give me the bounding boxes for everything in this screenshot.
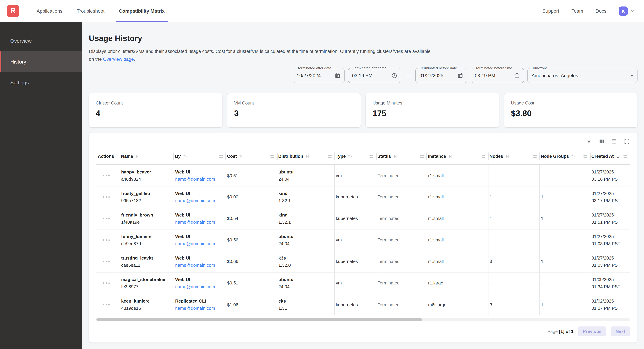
- column-resize-handle[interactable]: [482, 155, 486, 158]
- usage-history-table-card: ActionsNameByCostDistributionTypeStatusI…: [89, 133, 638, 343]
- scrollbar-thumb[interactable]: [96, 319, 422, 322]
- calendar-icon[interactable]: [457, 73, 463, 78]
- nav-link-support[interactable]: Support: [542, 8, 559, 14]
- sort-icon[interactable]: [348, 154, 352, 159]
- filter-icon[interactable]: [586, 138, 592, 145]
- row-by-email-link[interactable]: name@domain.com: [175, 198, 215, 203]
- cell-cost: $0.00: [226, 186, 277, 208]
- tab-troubleshoot[interactable]: Troubleshoot: [74, 0, 108, 22]
- next-page-button[interactable]: Next: [611, 327, 630, 337]
- cell-cost: $0.66: [226, 251, 277, 272]
- column-resize-handle[interactable]: [624, 155, 627, 158]
- row-actions-button[interactable]: [101, 216, 112, 221]
- timezone-select[interactable]: Timezone America/Los_Angeles: [528, 68, 638, 83]
- density-icon[interactable]: [611, 138, 617, 145]
- column-resize-handle[interactable]: [533, 155, 537, 158]
- tab-applications[interactable]: Applications: [34, 0, 66, 22]
- row-by-email-link[interactable]: name@domain.com: [175, 177, 215, 182]
- cell-by: Web UIname@domain.com: [174, 251, 226, 272]
- cell-name-secondary: fe3f8977: [121, 284, 170, 289]
- column-header-by[interactable]: By: [174, 148, 226, 165]
- column-header-instance[interactable]: Instance: [426, 148, 488, 165]
- cell-status: Terminated: [376, 272, 426, 294]
- cell-created-at: 01/27/202501:03 PM PST: [590, 251, 630, 272]
- terminated-after-date-field[interactable]: Terminated after date 10/27/2024: [292, 68, 344, 83]
- nav-link-team[interactable]: Team: [572, 8, 583, 14]
- terminated-before-date-label: Terminated before date: [419, 66, 458, 70]
- user-menu[interactable]: K: [619, 6, 635, 15]
- row-actions-button[interactable]: [101, 302, 112, 308]
- sort-icon[interactable]: [238, 154, 244, 159]
- row-by-email-link[interactable]: name@domain.com: [175, 241, 215, 246]
- column-header-node_groups[interactable]: Node Groups: [540, 148, 590, 165]
- cell-node-groups: -: [540, 165, 590, 186]
- row-actions-button[interactable]: [101, 237, 112, 243]
- sidebar-item-overview[interactable]: Overview: [0, 30, 82, 51]
- sort-icon[interactable]: [505, 154, 510, 159]
- terminated-after-time-field[interactable]: Terminated after time 03:19 PM: [348, 68, 401, 83]
- nav-link-docs[interactable]: Docs: [596, 8, 606, 14]
- sort-icon[interactable]: [135, 154, 140, 159]
- row-actions-button[interactable]: [101, 194, 112, 200]
- sort-icon[interactable]: [392, 154, 398, 159]
- cell-by: Web UIname@domain.com: [174, 208, 226, 229]
- column-header-type[interactable]: Type: [334, 148, 376, 165]
- sidebar-item-history[interactable]: History: [0, 51, 82, 72]
- sort-icon[interactable]: [571, 154, 576, 159]
- row-actions-button[interactable]: [101, 173, 112, 178]
- column-header-created[interactable]: Created At: [590, 148, 630, 165]
- created-time: 01:03 PM PST: [592, 263, 626, 268]
- column-header-name[interactable]: Name: [120, 148, 174, 165]
- cell-instance: r1.large: [426, 272, 488, 294]
- column-resize-handle[interactable]: [219, 155, 223, 158]
- column-resize-handle[interactable]: [584, 155, 587, 158]
- row-actions-button[interactable]: [101, 280, 112, 286]
- clock-icon[interactable]: [514, 73, 520, 78]
- sidebar-item-settings[interactable]: Settings: [0, 72, 82, 93]
- sort-icon[interactable]: [182, 154, 188, 159]
- column-header-distribution[interactable]: Distribution: [277, 148, 334, 165]
- row-by-email-link[interactable]: name@domain.com: [175, 263, 215, 268]
- overview-page-link[interactable]: Overview page: [103, 57, 134, 62]
- terminated-before-date-field[interactable]: Terminated before date 01/27/2025: [415, 68, 467, 83]
- row-by-email-link[interactable]: name@domain.com: [175, 306, 215, 311]
- row-by-email-link[interactable]: name@domain.com: [175, 284, 215, 289]
- cell-distribution-primary: kind: [278, 212, 331, 218]
- calendar-icon[interactable]: [335, 73, 340, 78]
- cell-created-at: 01/27/202501:03 PM PST: [590, 229, 630, 251]
- terminated-after-time-value[interactable]: 03:19 PM: [352, 73, 389, 78]
- fullscreen-icon[interactable]: [624, 138, 630, 145]
- select-caret-icon: [630, 75, 634, 76]
- terminated-before-date-value[interactable]: 01/27/2025: [420, 73, 455, 78]
- terminated-before-time-value[interactable]: 03:19 PM: [475, 73, 511, 78]
- cell-distribution: k3s1.32.0: [277, 251, 334, 272]
- row-by-email-link[interactable]: name@domain.com: [175, 220, 215, 225]
- timezone-value[interactable]: America/Los_Angeles: [532, 73, 627, 78]
- column-header-nodes[interactable]: Nodes: [488, 148, 540, 165]
- terminated-before-time-label: Terminated before time: [474, 66, 514, 70]
- avatar[interactable]: K: [619, 6, 628, 15]
- replicated-logo[interactable]: R: [7, 5, 19, 17]
- sort-icon[interactable]: [448, 154, 453, 159]
- column-header-status[interactable]: Status: [376, 148, 426, 165]
- clock-icon[interactable]: [392, 73, 397, 78]
- previous-page-button[interactable]: Previous: [578, 327, 606, 337]
- terminated-after-date-value[interactable]: 10/27/2024: [297, 73, 332, 78]
- columns-icon[interactable]: [598, 138, 605, 145]
- cell-name-primary: happy_beaver: [121, 169, 170, 174]
- tab-compatibility-matrix[interactable]: Compatibility Matrix: [116, 0, 168, 22]
- cell-type: kubernetes: [334, 251, 376, 272]
- date-range-separator: —: [405, 73, 412, 78]
- column-resize-handle[interactable]: [420, 155, 424, 158]
- cell-type: vm: [334, 165, 376, 186]
- column-header-cost[interactable]: Cost: [226, 148, 277, 165]
- column-resize-handle[interactable]: [370, 155, 373, 158]
- sort-desc-icon[interactable]: [616, 154, 621, 159]
- terminated-before-time-field[interactable]: Terminated before time 03:19 PM: [471, 68, 524, 83]
- horizontal-scrollbar[interactable]: [96, 319, 630, 322]
- row-actions-button[interactable]: [101, 259, 112, 264]
- sort-icon[interactable]: [305, 154, 310, 159]
- column-resize-handle[interactable]: [270, 155, 274, 158]
- created-time: 03:17 PM PST: [592, 198, 626, 203]
- column-resize-handle[interactable]: [328, 155, 332, 158]
